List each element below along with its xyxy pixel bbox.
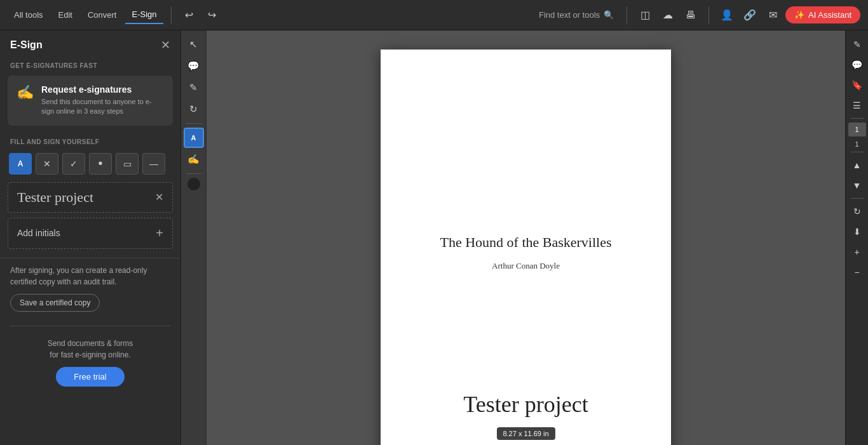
right-bookmark-icon[interactable]: 🔖: [848, 76, 866, 94]
search-label: Find text or tools: [539, 10, 600, 20]
page-size-tooltip: 8.27 x 11.69 in: [496, 427, 555, 440]
cloud-icon[interactable]: ☁: [658, 5, 678, 25]
signature-remove-button[interactable]: ✕: [155, 191, 163, 203]
search-icon: 🔍: [604, 10, 614, 20]
line-tool-button[interactable]: —: [142, 153, 165, 175]
ai-assistant-button[interactable]: ✨ AI Assistant: [785, 6, 860, 23]
promo-section: Send documents & forms for fast e-signin…: [0, 331, 180, 395]
toolbar-divider-1: [171, 6, 172, 24]
right-zoom-out-icon[interactable]: −: [848, 263, 866, 281]
strip-comment-tool[interactable]: 💬: [184, 56, 204, 76]
user-icon[interactable]: 👤: [717, 5, 737, 25]
panel-divider: [10, 326, 170, 326]
fill-sign-label: FILL AND SIGN YOURSELF: [0, 133, 180, 149]
request-esig-text: Request e-signatures Send this document …: [41, 84, 164, 117]
dot-tool-button[interactable]: •: [89, 153, 112, 175]
pdf-area: The Hound of the Baskervilles Arthur Con…: [207, 30, 845, 445]
page-label: 1: [855, 140, 858, 148]
certified-copy-text: After signing, you can create a read-onl…: [10, 265, 170, 288]
toolbar-right-icons: ◫ ☁ 🖶 👤 🔗 ✉: [635, 5, 783, 25]
save-certified-button[interactable]: Save a certified copy: [10, 294, 100, 312]
ai-icon: ✨: [794, 10, 804, 20]
pdf-page: The Hound of the Baskervilles Arthur Con…: [381, 50, 671, 445]
right-divider-2: [851, 152, 864, 152]
sign-tools-row: A ✕ ✓ • ▭ —: [0, 149, 180, 181]
right-divider-3: [851, 198, 864, 199]
page-number-badge: 1: [848, 123, 866, 136]
right-panel: ✎ 💬 🔖 ☰ 1 1 ▲ ▼ ↻ ⬇ + −: [845, 30, 868, 445]
main-toolbar: All tools Edit Convert E-Sign ↩ ↪ Find t…: [0, 0, 868, 30]
undo-button[interactable]: ↩: [179, 5, 200, 25]
right-comment-icon[interactable]: 💬: [848, 56, 866, 74]
ai-assistant-label: AI Assistant: [808, 10, 851, 20]
right-layers-icon[interactable]: ☰: [848, 96, 866, 114]
panel-close-button[interactable]: ✕: [161, 39, 170, 51]
signature-block[interactable]: Tester project ✕: [8, 182, 173, 213]
link-icon[interactable]: 🔗: [740, 5, 760, 25]
esig-section-label: GET E-SIGNATURES FAST: [0, 57, 180, 73]
strip-rotate-tool[interactable]: ↻: [184, 99, 204, 119]
request-esig-title: Request e-signatures: [41, 84, 164, 95]
right-scroll-down[interactable]: ▼: [848, 176, 866, 194]
add-initials-icon: +: [156, 226, 163, 241]
promo-text: Send documents & forms for fast e-signin…: [10, 338, 170, 361]
right-download-icon[interactable]: ⬇: [848, 223, 866, 241]
pdf-title: The Hound of the Baskervilles: [440, 234, 611, 251]
request-esig-icon: ✍: [17, 84, 34, 117]
right-divider-1: [851, 118, 864, 119]
left-panel: E-Sign ✕ GET E-SIGNATURES FAST ✍ Request…: [0, 30, 181, 445]
add-initials-label: Add initials: [17, 228, 60, 238]
right-zoom-in-icon[interactable]: +: [848, 243, 866, 261]
panel-title: E-Sign: [10, 39, 43, 51]
request-esig-desc: Send this document to anyone to e-sign o…: [41, 97, 164, 117]
rect-tool-button[interactable]: ▭: [116, 153, 139, 175]
print-icon[interactable]: 🖶: [681, 5, 701, 25]
redo-button[interactable]: ↪: [202, 5, 222, 25]
toolbar-divider-3: [709, 6, 709, 24]
right-refresh-icon[interactable]: ↻: [848, 203, 866, 220]
gallery-icon[interactable]: ◫: [635, 5, 655, 25]
promo-line2: for fast e-signing online.: [50, 350, 130, 359]
toolbar-divider-2: [627, 6, 627, 24]
signature-text: Tester project: [17, 189, 93, 206]
mail-icon[interactable]: ✉: [763, 5, 783, 25]
pdf-author: Arthur Conan Doyle: [492, 261, 560, 271]
strip-color-picker[interactable]: [187, 178, 200, 190]
promo-line1: Send documents & forms: [48, 339, 133, 348]
strip-divider-1: [186, 123, 201, 124]
strip-select-tool[interactable]: ↖: [184, 34, 204, 55]
strip-text-fill-tool[interactable]: A: [184, 128, 204, 148]
strip-divider-2: [186, 173, 201, 174]
add-initials-block[interactable]: Add initials +: [8, 218, 173, 249]
certified-copy-section: After signing, you can create a read-onl…: [0, 258, 180, 321]
x-tool-button[interactable]: ✕: [36, 153, 58, 175]
tool-strip: ↖ 💬 ✎ ↻ A ✍: [181, 30, 207, 445]
right-scroll-up[interactable]: ▲: [848, 156, 866, 174]
nav-convert[interactable]: Convert: [81, 6, 123, 23]
main-content: E-Sign ✕ GET E-SIGNATURES FAST ✍ Request…: [0, 30, 868, 445]
strip-pencil-tool[interactable]: ✎: [184, 77, 204, 98]
strip-sign-tool[interactable]: ✍: [184, 149, 204, 169]
text-tool-button[interactable]: A: [9, 153, 32, 175]
right-edit-icon[interactable]: ✎: [848, 36, 866, 53]
request-esig-card[interactable]: ✍ Request e-signatures Send this documen…: [8, 76, 173, 126]
pdf-signature: Tester project: [463, 391, 588, 418]
nav-edit[interactable]: Edit: [52, 6, 79, 23]
panel-header: E-Sign ✕: [0, 30, 180, 57]
free-trial-button[interactable]: Free trial: [56, 367, 124, 387]
search-area[interactable]: Find text or tools 🔍: [534, 8, 619, 22]
nav-esign[interactable]: E-Sign: [125, 6, 163, 24]
nav-all-tools[interactable]: All tools: [8, 6, 50, 23]
check-tool-button[interactable]: ✓: [62, 153, 85, 175]
